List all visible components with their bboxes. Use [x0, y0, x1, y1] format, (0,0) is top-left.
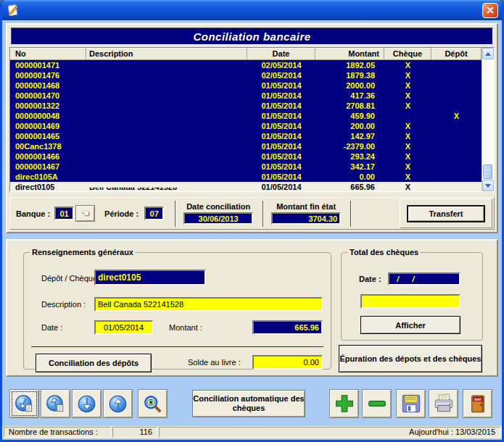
table-row[interactable]: 0000001466 01/05/2014 293.24 X — [10, 151, 494, 162]
date-conciliation-label: Date conciliation — [186, 202, 250, 211]
date-input[interactable] — [94, 320, 153, 335]
cell-cheque-mark — [384, 111, 431, 121]
floppy-disk-icon — [400, 393, 422, 414]
statusbar: Nombre de transactions : 116 Aujourd'hui… — [2, 426, 502, 438]
renseignements-title: Renseignements généraux — [30, 248, 136, 257]
description-label: Description : — [41, 300, 86, 309]
col-header-cheque[interactable]: Chèque — [384, 48, 431, 59]
transactions-label: Nombre de transactions : — [4, 427, 111, 438]
nav-up-button[interactable] — [103, 389, 133, 418]
table-row[interactable]: direct0105 Bell Canada 522141528 01/05/2… — [10, 182, 494, 191]
total-cheques-group: Total des chèques Date : Afficher — [341, 248, 483, 341]
exit-button[interactable]: EXIT — [463, 389, 492, 418]
cell-depot-mark — [431, 182, 482, 191]
table-row[interactable]: direc0105A 01/05/2014 0.00 X — [10, 172, 494, 182]
total-date-input[interactable] — [388, 272, 460, 285]
search-button[interactable] — [138, 389, 168, 418]
table-row[interactable]: 00Canc1378 01/05/2014 -2379.00 X — [10, 141, 494, 151]
cell-no: 0000000048 — [10, 111, 86, 121]
close-x-icon — [485, 5, 495, 15]
svg-text:EXIT: EXIT — [474, 398, 482, 401]
cell-cheque-mark: X — [384, 80, 431, 91]
cell-depot-mark — [431, 172, 482, 182]
montant-label: Montant : — [169, 323, 202, 332]
banque-lookup-button[interactable]: ☚ — [75, 205, 95, 222]
nav-prev-page-button[interactable] — [41, 389, 70, 418]
conciliation-auto-button[interactable]: Conciliation automatique des chèques — [192, 390, 305, 417]
col-header-date[interactable]: Date — [247, 48, 315, 59]
cell-no: direct0105 — [10, 182, 86, 191]
save-button[interactable] — [396, 389, 426, 418]
arrow-up-page-icon — [46, 394, 65, 414]
table-row[interactable]: 0000001469 01/05/2014 200.00 X — [10, 121, 494, 131]
table-row[interactable]: 0000001322 01/05/2014 2708.81 X — [10, 101, 494, 111]
date-conciliation-input[interactable] — [183, 212, 253, 225]
cell-description — [86, 60, 247, 70]
arrow-down-page-icon — [15, 394, 34, 414]
cell-montant: 459.90 — [315, 111, 384, 121]
scroll-up-button[interactable] — [482, 48, 494, 59]
solde-input[interactable] — [252, 355, 323, 370]
table-row[interactable]: 0000001476 02/05/2014 1879.38 X — [10, 70, 494, 80]
scrollbar-track[interactable] — [482, 59, 494, 180]
delete-button[interactable] — [362, 389, 392, 418]
table-row[interactable]: 0000001470 01/05/2014 417.36 X — [10, 91, 494, 101]
cell-description — [86, 121, 247, 131]
cell-cheque-mark: X — [384, 151, 431, 162]
description-input[interactable] — [94, 297, 323, 312]
separator — [263, 201, 264, 227]
nav-first-button[interactable] — [9, 389, 39, 418]
chevron-up-icon — [485, 52, 491, 56]
depot-cheque-label: Dépôt / Chèque : — [41, 274, 102, 283]
col-header-description[interactable]: Description — [86, 48, 247, 59]
periode-value-input[interactable] — [144, 207, 164, 220]
titlebar[interactable] — [2, 0, 502, 20]
table-row[interactable]: 0000001468 01/05/2014 2000.00 X — [10, 80, 494, 91]
col-header-depot[interactable]: Dépôt — [431, 48, 482, 59]
cell-date: 01/05/2014 — [247, 91, 315, 101]
table-row[interactable]: 0000001471 02/05/2014 1892.05 X — [10, 60, 494, 70]
banque-value-input[interactable] — [54, 207, 74, 220]
montant-fin-etat-input[interactable] — [271, 212, 341, 225]
col-header-no[interactable]: No — [10, 48, 86, 59]
table-row[interactable]: 0000001465 01/05/2014 142.97 X — [10, 131, 494, 141]
cell-description — [86, 151, 247, 162]
magnifier-eye-icon — [143, 394, 162, 414]
separator — [350, 201, 352, 227]
cell-cheque-mark: X — [384, 121, 431, 131]
afficher-button[interactable]: Afficher — [360, 316, 460, 334]
table-scrollbar[interactable] — [482, 48, 494, 191]
banque-label: Banque : — [16, 209, 50, 218]
conciliation-depots-button[interactable]: Conciliation des dépôts — [36, 354, 152, 372]
total-amount-input[interactable] — [360, 294, 460, 309]
epuration-button[interactable]: Épuration des dépots et des chèques — [339, 345, 482, 372]
transfert-button[interactable]: Transfert — [407, 205, 485, 222]
print-button[interactable] — [429, 389, 458, 418]
depot-cheque-input[interactable] — [94, 270, 206, 285]
exit-door-icon: EXIT — [467, 393, 489, 414]
separator — [31, 346, 323, 347]
close-button[interactable] — [482, 3, 498, 18]
add-button[interactable] — [329, 389, 359, 418]
cell-cheque-mark: X — [384, 162, 431, 172]
cell-no: direc0105A — [10, 172, 86, 182]
montant-input[interactable] — [252, 320, 323, 335]
transactions-table: No Description Date Montant Chèque Dépôt… — [9, 47, 495, 192]
cell-date: 01/05/2014 — [247, 111, 315, 121]
cell-montant: 665.96 — [315, 182, 384, 191]
cell-no: 0000001470 — [10, 91, 86, 101]
date-conciliation-field: Date conciliation — [183, 202, 253, 225]
table-row[interactable]: 0000000048 01/05/2014 459.90 X — [10, 111, 494, 121]
cell-description — [86, 131, 247, 141]
scrollbar-thumb[interactable] — [483, 164, 492, 179]
scroll-down-button[interactable] — [482, 180, 494, 191]
nav-down-button[interactable] — [72, 389, 102, 418]
table-header[interactable]: No Description Date Montant Chèque Dépôt — [10, 48, 494, 60]
col-header-montant[interactable]: Montant — [315, 48, 384, 59]
cell-depot-mark — [431, 151, 482, 162]
cell-depot-mark — [431, 121, 482, 131]
table-row[interactable]: 0000001467 01/05/2014 342.17 X — [10, 162, 494, 172]
page-title: Conciliation bancaire — [11, 28, 493, 45]
cell-date: 01/05/2014 — [247, 80, 315, 91]
cell-cheque-mark: X — [384, 91, 431, 101]
